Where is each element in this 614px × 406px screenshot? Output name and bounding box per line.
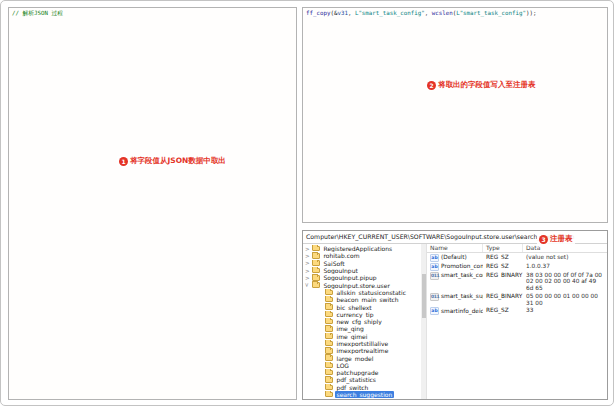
- string-value-icon: ab: [430, 307, 439, 315]
- value-name: (Default): [441, 254, 467, 261]
- tree-item-label: new_cfg_shiply: [335, 318, 383, 325]
- tree-item-label: SogouInput: [322, 267, 359, 274]
- tree-item-label: currency_tip: [335, 311, 375, 318]
- value-type: REG_SZ: [483, 263, 523, 270]
- registry-tree-item[interactable]: new_cfg_shiply: [303, 318, 421, 325]
- registry-value-row[interactable]: abPromotion_conf...REG_SZ1.0.0.37: [427, 262, 607, 271]
- folder-icon: [325, 326, 333, 332]
- registry-tree-item[interactable]: allskin_statusiconstatic: [303, 289, 421, 296]
- registry-value-row[interactable]: absmartinfo_deic...REG_SZ33: [427, 307, 607, 316]
- step-1-badge: 1: [119, 157, 128, 166]
- registry-tree-item[interactable]: ime_qing: [303, 325, 421, 332]
- chevron-right-icon[interactable]: [305, 268, 311, 274]
- json-parse-code-panel: // 解析JSON 过程json_1 = ff_to_json(&value_2…: [8, 7, 297, 400]
- registry-tree-item[interactable]: rohitab.com: [303, 252, 421, 259]
- column-header[interactable]: Type: [483, 244, 523, 252]
- registry-value-row[interactable]: ab(Default)REG_SZ(value not set): [427, 253, 607, 262]
- value-name: smartinfo_deic...: [441, 308, 483, 315]
- registry-tree-item[interactable]: large_model: [303, 354, 421, 361]
- registry-tree-item[interactable]: ime_qimei: [303, 333, 421, 340]
- chevron-right-icon[interactable]: [305, 253, 311, 259]
- tree-scrollbar[interactable]: [421, 244, 426, 399]
- step-3-badge: 3: [539, 235, 548, 244]
- tree-item-label: ime_qing: [335, 325, 365, 332]
- value-data: 1.0.0.37: [523, 263, 607, 270]
- value-list-header: NameTypeData: [427, 244, 607, 253]
- binary-value-icon: 011: [430, 272, 439, 280]
- tree-item-label: SogouInput.store.user: [322, 282, 391, 289]
- registry-tree-item[interactable]: pdf_switch: [303, 384, 421, 391]
- folder-icon: [325, 377, 333, 383]
- folder-icon: [325, 297, 333, 303]
- value-type: REG_BINARY: [483, 272, 523, 279]
- registry-write-code-panel: ff_copy(&v31, L"smart_task_config", wcsl…: [302, 7, 608, 223]
- folder-icon: [325, 348, 333, 354]
- chevron-right-icon[interactable]: [305, 275, 311, 281]
- folder-icon: [325, 355, 333, 361]
- tree-item-label: imexportrealtime: [335, 347, 390, 354]
- tree-item-label: SaiSoft: [322, 260, 346, 267]
- registry-tree-item[interactable]: LOG: [303, 362, 421, 369]
- folder-icon: [312, 268, 320, 274]
- folder-icon: [325, 290, 333, 296]
- registry-value-row[interactable]: 011smart_task_sup...REG_BINARY05 00 00 0…: [427, 292, 607, 307]
- malware-analysis-figure: // 解析JSON 过程json_1 = ff_to_json(&value_2…: [0, 0, 614, 406]
- binary-value-icon: 011: [430, 293, 439, 301]
- registry-tree-item[interactable]: SogouInput.store.user: [303, 281, 421, 288]
- scrollbar-thumb[interactable]: [422, 274, 426, 318]
- annotation-text: 将字段值从JSON数据中取出: [130, 156, 226, 166]
- value-type: REG_SZ: [483, 307, 523, 314]
- registry-value-list: NameTypeData ab(Default)REG_SZ(value not…: [426, 244, 607, 399]
- registry-value-row[interactable]: 011smart_task_configREG_BINARY38 03 00 0…: [427, 271, 607, 292]
- registry-tree-item[interactable]: SogouInput.pipup: [303, 274, 421, 281]
- chevron-down-icon[interactable]: [305, 282, 311, 288]
- column-header[interactable]: Name: [427, 244, 483, 252]
- registry-tree-item[interactable]: pdf_statistics: [303, 376, 421, 383]
- string-value-icon: ab: [430, 263, 439, 271]
- tree-item-label: large_model: [335, 355, 375, 362]
- tree-item-label: allskin_statusiconstatic: [335, 289, 407, 296]
- tree-item-label: rohitab.com: [322, 252, 361, 259]
- annotation-extract-json-fields: 1 将字段值从JSON数据中取出: [117, 156, 228, 166]
- registry-key-tree: RegisteredApplicationsrohitab.comSaiSoft…: [303, 244, 421, 399]
- tree-item-label: patchupgrade: [335, 369, 380, 376]
- value-type: REG_BINARY: [483, 293, 523, 300]
- tree-item-label: SogouInput.pipup: [322, 274, 378, 281]
- value-data: 33: [523, 307, 607, 314]
- folder-icon: [325, 312, 333, 318]
- registry-tree-item[interactable]: patchupgrade: [303, 369, 421, 376]
- tree-item-label: beacon_main_switch: [335, 296, 400, 303]
- registry-tree-item[interactable]: SaiSoft: [303, 260, 421, 267]
- chevron-right-icon[interactable]: [305, 246, 311, 252]
- value-data: 05 00 00 00 01 00 00 00 31 00: [523, 293, 607, 307]
- registry-tree-item[interactable]: SogouInput: [303, 267, 421, 274]
- value-name: smart_task_sup...: [441, 293, 483, 300]
- folder-icon: [325, 363, 333, 369]
- folder-icon: [325, 341, 333, 347]
- registry-tree-item[interactable]: imexportstillalive: [303, 340, 421, 347]
- folder-icon: [325, 319, 333, 325]
- folder-icon: [325, 370, 333, 376]
- column-header[interactable]: Data: [523, 244, 607, 252]
- folder-icon: [312, 275, 320, 281]
- folder-icon: [312, 282, 320, 288]
- folder-icon: [312, 246, 320, 252]
- string-value-icon: ab: [430, 254, 439, 262]
- annotation-registry: 3 注册表: [537, 234, 575, 244]
- registry-tree-item[interactable]: RegisteredApplications: [303, 245, 421, 252]
- registry-tree-item[interactable]: search_suggestion: [303, 391, 421, 398]
- registry-tree-item[interactable]: imexportrealtime: [303, 347, 421, 354]
- annotation-write-registry: 2 将取出的字段值写入至注册表: [425, 80, 538, 90]
- folder-icon: [325, 333, 333, 339]
- value-name: smart_task_config: [441, 272, 483, 279]
- registry-tree-item[interactable]: currency_tip: [303, 311, 421, 318]
- value-list-rows: ab(Default)REG_SZ(value not set)abPromot…: [427, 253, 607, 316]
- folder-icon: [312, 253, 320, 259]
- registry-tree-item[interactable]: bic_shellext: [303, 303, 421, 310]
- tree-item-label: LOG: [335, 362, 351, 369]
- annotation-text: 将取出的字段值写入至注册表: [438, 80, 536, 90]
- code-line: ff_copy(&v31, L"smart_task_config", wcsl…: [306, 10, 604, 223]
- chevron-right-icon[interactable]: [305, 260, 311, 266]
- registry-tree-item[interactable]: beacon_main_switch: [303, 296, 421, 303]
- tree-item-label: bic_shellext: [335, 304, 373, 311]
